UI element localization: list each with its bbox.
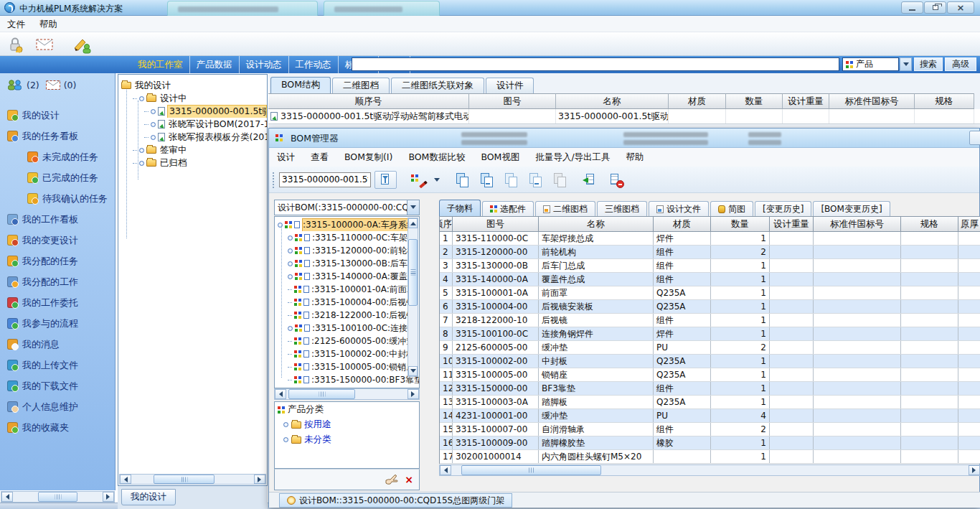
expand-knob-icon[interactable] xyxy=(288,248,293,253)
expand-knob-icon[interactable] xyxy=(288,274,293,279)
sidebar-item-my-process[interactable]: 我参与的流程 xyxy=(0,313,116,334)
detail-tab[interactable]: 简图 xyxy=(710,201,753,216)
tree-item[interactable]: 已归档 xyxy=(118,157,267,169)
bom-tree-item[interactable]: :3315-150000-00:BF3靠垫 xyxy=(275,373,419,386)
scroll-right-button[interactable] xyxy=(254,475,265,484)
table-row[interactable]: 103315-100002-00中封板Q235A1 xyxy=(440,355,980,368)
category-dropdown-button[interactable] xyxy=(900,57,912,71)
table-row[interactable]: 163315-100009-00踏脚橡胶垫橡胶1 xyxy=(440,436,980,450)
bom-tree-item[interactable]: :3315-100100-0C:连接角 xyxy=(275,322,419,335)
status-bom-tab[interactable]: 设计BOM::3315-000000-00:CQD15S总图两级门架 xyxy=(279,493,512,508)
close-button[interactable]: × xyxy=(947,1,974,14)
table-row[interactable]: 123315-150000-00BF3靠垫组件1 xyxy=(440,382,980,396)
tree-item[interactable]: 3315-000000-001.5t驱动浮 xyxy=(118,105,267,118)
column-header[interactable]: 材质 xyxy=(669,93,726,109)
table-row[interactable]: 113315-100005-00锁销座Q235A1 xyxy=(440,368,980,382)
delete-button[interactable] xyxy=(605,171,626,189)
expand-knob-icon[interactable] xyxy=(151,109,156,114)
combo-dropdown-button[interactable] xyxy=(407,200,419,215)
sidebar-item-profile[interactable]: 个人信息维护 xyxy=(0,396,116,417)
content-tab[interactable]: BOM结构 xyxy=(270,77,331,93)
sidebar-item-work-board[interactable]: 我的工作看板 xyxy=(0,209,116,230)
expand-knob-icon[interactable] xyxy=(151,135,156,140)
scroll-up-button[interactable] xyxy=(408,218,418,228)
table-row[interactable]: 33315-130000-0B后车门总成组件1 xyxy=(440,259,980,273)
expand-knob-icon[interactable] xyxy=(139,161,144,166)
sidebar-item-task-board[interactable]: 我的任务看板 xyxy=(0,126,116,146)
content-tab[interactable]: 二维图档 xyxy=(332,78,390,93)
paste-button-disabled[interactable] xyxy=(550,171,571,189)
table-row[interactable]: 83315-100100-0C连接角钢焊件焊件1 xyxy=(440,327,980,341)
expand-knob-icon[interactable] xyxy=(283,437,288,442)
hand-sign-icon[interactable] xyxy=(385,474,399,485)
tree-item[interactable]: 张晓军设计BOM(2017-10- xyxy=(118,118,267,131)
scrollbar-thumb[interactable] xyxy=(38,492,77,502)
column-header[interactable]: 规格 xyxy=(901,216,958,232)
bom-edit-dropdown[interactable] xyxy=(431,171,442,189)
expand-knob-icon[interactable] xyxy=(288,261,293,266)
scrollbar-thumb[interactable] xyxy=(154,475,215,484)
column-header[interactable]: 顺序.. xyxy=(440,216,453,232)
tree-item[interactable]: 设计中 xyxy=(118,92,267,105)
column-header[interactable]: 材质 xyxy=(654,216,711,232)
bom-tree-item[interactable]: :3315-100002-00:中封板 xyxy=(275,347,419,360)
menu-item[interactable]: 文件 xyxy=(0,16,32,31)
column-header[interactable]: 设计重量 xyxy=(770,216,814,232)
table-row[interactable]: 144231-100001-00缓冲垫PU4 xyxy=(440,409,980,423)
search-category-select[interactable]: 产品 xyxy=(842,57,899,71)
bom-edit-button[interactable] xyxy=(408,171,429,189)
column-header[interactable]: 图号 xyxy=(453,216,539,232)
table-row[interactable]: 43315-140000-0A覆盖件总成组件1 xyxy=(440,273,980,286)
expand-knob-icon[interactable] xyxy=(139,148,144,153)
table-row[interactable]: 23315-120000-00前轮机构组件2 xyxy=(440,246,980,259)
bom-tree-item[interactable]: :3315-120000-00:前轮机 xyxy=(275,244,419,257)
column-header[interactable]: 标准件国标号 xyxy=(814,216,901,232)
import-button[interactable] xyxy=(579,171,600,189)
mail-envelope-icon[interactable] xyxy=(46,80,60,90)
search-button[interactable]: 搜索 xyxy=(914,57,943,71)
expand-knob-icon[interactable] xyxy=(151,122,156,127)
search-input[interactable] xyxy=(352,57,839,71)
advanced-search-button[interactable]: 高级 xyxy=(945,57,976,71)
column-header[interactable]: 数量 xyxy=(726,93,783,109)
bom-tree-item[interactable]: :3315-100005-00:锁销座 xyxy=(275,360,419,373)
close-panel-icon[interactable]: × xyxy=(405,475,413,485)
dialog-menu-item[interactable]: 设计 xyxy=(269,148,303,164)
expand-knob-icon[interactable] xyxy=(283,422,288,427)
table-row[interactable]: 17302001000014内六角圆柱头螺钉M5×201 xyxy=(440,450,980,464)
dialog-menu-item[interactable]: BOM视图 xyxy=(473,148,527,164)
scrollbar-thumb[interactable] xyxy=(408,239,418,305)
scroll-right-button[interactable] xyxy=(103,492,114,502)
copy-button[interactable] xyxy=(453,171,473,189)
edit-design-button[interactable] xyxy=(72,35,92,54)
detail-tab[interactable]: 选配件 xyxy=(482,201,534,216)
column-header[interactable]: 数量 xyxy=(711,216,770,232)
table-row[interactable]: 63315-100004-00后视镜安装板Q235A1 xyxy=(440,300,980,314)
top-nav-tab[interactable]: 工作动态 xyxy=(289,56,339,73)
dialog-window-button[interactable] xyxy=(969,131,980,145)
scroll-left-button[interactable] xyxy=(275,389,286,399)
column-header[interactable]: 名称 xyxy=(539,216,654,232)
dialog-menu-item[interactable]: BOM数据比较 xyxy=(400,148,473,164)
tab-my-design[interactable]: 我的设计 xyxy=(121,489,176,505)
content-tab[interactable]: 设计件 xyxy=(486,78,534,93)
menu-item[interactable]: 帮助 xyxy=(32,16,65,31)
table-row[interactable]: 153315-100007-00自润滑轴承组件2 xyxy=(440,423,980,436)
column-header[interactable]: 顺序号 xyxy=(268,93,469,109)
sidebar-item-favorites[interactable]: 我的收藏夹 xyxy=(0,417,116,438)
scrollbar-thumb[interactable] xyxy=(288,389,355,399)
detail-tab[interactable]: 设计文件 xyxy=(649,201,709,216)
toolbar-grip[interactable] xyxy=(272,172,275,189)
scroll-right-button[interactable] xyxy=(407,389,419,399)
bom-tree-item[interactable]: :2125-600005-00:缓冲垫 xyxy=(275,335,419,347)
column-header[interactable]: 原厚 xyxy=(958,216,980,232)
sign-in-lock-button[interactable] xyxy=(6,35,26,54)
bom-view-combobox[interactable]: 设计BOM(:3315-000000-00:CQ... xyxy=(274,200,420,215)
sidebar-item-work-delegate[interactable]: 我的工作委托 xyxy=(0,292,116,313)
top-nav-tab[interactable]: 产品数据 xyxy=(190,56,240,73)
scroll-left-button[interactable] xyxy=(440,465,451,475)
dialog-menu-item[interactable]: 帮助 xyxy=(618,148,652,164)
scrollbar-thumb[interactable] xyxy=(461,465,601,475)
table-row[interactable]: 53315-100001-0A前面罩Q235A1 xyxy=(440,286,980,300)
expand-knob-icon[interactable] xyxy=(288,235,293,241)
